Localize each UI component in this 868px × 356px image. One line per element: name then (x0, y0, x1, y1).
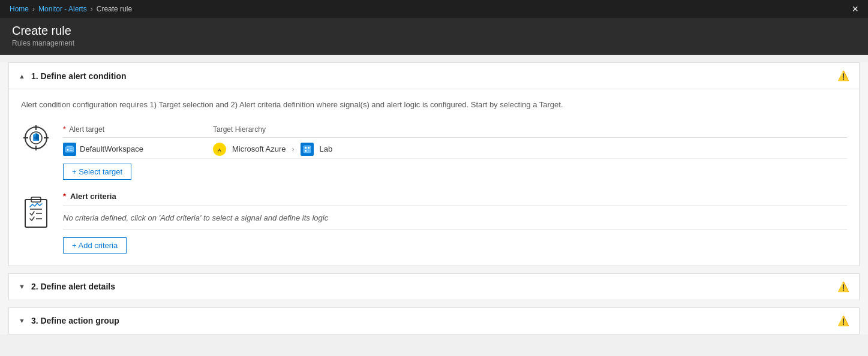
svg-rect-11 (67, 146, 73, 147)
criteria-block: * Alert criteria No criteria defined, cl… (21, 192, 847, 254)
breadcrumb-home[interactable]: Home (10, 5, 29, 13)
section1-header-left: ▲ 1. Define alert condition (19, 71, 127, 81)
section3-alert-icon: ⚠️ (837, 315, 849, 327)
section-define-alert-details: ▼ 2. Define alert details ⚠️ (8, 273, 860, 300)
workspace-icon (63, 143, 76, 156)
section1-alert-icon: ⚠️ (837, 70, 849, 82)
target-block: * Alert target Target Hierarchy (21, 123, 847, 180)
section1-header[interactable]: ▲ 1. Define alert condition ⚠️ (9, 63, 859, 89)
azure-svg: A (215, 145, 224, 153)
svg-rect-20 (305, 150, 307, 152)
title-area: Create rule Rules management (0, 18, 868, 55)
breadcrumb: Home › Monitor - Alerts › Create rule (10, 5, 132, 13)
breadcrumb-monitor[interactable]: Monitor - Alerts (38, 5, 87, 13)
close-button[interactable]: × (852, 4, 858, 14)
svg-rect-17 (304, 146, 311, 153)
section-define-action-group: ▼ 3. Define action group ⚠️ (8, 307, 860, 334)
breadcrumb-sep2: › (91, 5, 93, 13)
svg-rect-10 (65, 147, 74, 152)
workspace-cell: DefaultWorkspace (63, 137, 213, 158)
subscription-name: Microsoft Azure (232, 144, 286, 153)
hierarchy-chevron-icon: › (292, 145, 295, 153)
section2-alert-icon: ⚠️ (837, 281, 849, 292)
breadcrumb-sep1: › (32, 5, 35, 13)
lab-svg (302, 144, 312, 154)
section1-chevron-icon: ▲ (19, 73, 25, 80)
workspace-row: DefaultWorkspace (63, 143, 213, 156)
target-details: * Alert target Target Hierarchy (63, 123, 847, 180)
section2-header-left: ▼ 2. Define alert details (19, 282, 115, 291)
section1-title: 1. Define alert condition (31, 71, 127, 81)
workspace-svg (65, 144, 74, 154)
target-svg-icon (22, 124, 50, 152)
target-table: * Alert target Target Hierarchy (63, 123, 847, 159)
criteria-icon (21, 192, 51, 234)
section1-description: Alert condition configuration requires 1… (21, 99, 847, 111)
section2-chevron-icon: ▼ (19, 283, 25, 290)
breadcrumb-current: Create rule (97, 5, 132, 13)
lab-icon (301, 143, 314, 156)
hierarchy-row: A Microsoft Azure › (213, 143, 847, 156)
criteria-label: * Alert criteria (63, 192, 847, 201)
add-criteria-button[interactable]: + Add criteria (63, 237, 127, 254)
criteria-svg-icon (22, 194, 50, 232)
target-icon (21, 123, 51, 153)
section3-header[interactable]: ▼ 3. Define action group ⚠️ (9, 308, 859, 334)
section3-header-left: ▼ 3. Define action group (19, 316, 119, 325)
section2-title: 2. Define alert details (31, 282, 115, 291)
section3-title: 3. Define action group (31, 316, 119, 325)
svg-rect-21 (308, 150, 310, 152)
svg-text:A: A (218, 147, 221, 152)
col-target-hierarchy: Target Hierarchy (213, 123, 847, 138)
azure-subscription-icon: A (213, 143, 226, 156)
select-target-button[interactable]: + Select target (63, 164, 131, 180)
main-content: ▲ 1. Define alert condition ⚠️ Alert con… (0, 62, 868, 334)
section2-header[interactable]: ▼ 2. Define alert details ⚠️ (9, 274, 859, 300)
workspace-name: DefaultWorkspace (80, 144, 143, 153)
criteria-empty-row: No criteria defined, click on 'Add crite… (63, 206, 847, 230)
section3-chevron-icon: ▼ (19, 317, 25, 324)
svg-rect-19 (308, 147, 310, 149)
resource-group-name: Lab (320, 144, 333, 153)
target-row: DefaultWorkspace (63, 137, 847, 158)
section-define-alert-condition: ▲ 1. Define alert condition ⚠️ Alert con… (8, 62, 860, 266)
criteria-details: * Alert criteria No criteria defined, cl… (63, 192, 847, 254)
svg-point-12 (67, 149, 69, 150)
top-bar: Home › Monitor - Alerts › Create rule × (0, 0, 868, 18)
section1-body: Alert condition configuration requires 1… (9, 89, 859, 266)
col-alert-target: * Alert target (63, 123, 213, 138)
page-title: Create rule (12, 24, 856, 38)
svg-rect-18 (305, 147, 307, 149)
hierarchy-cell: A Microsoft Azure › (213, 137, 847, 158)
page-subtitle: Rules management (12, 39, 856, 47)
